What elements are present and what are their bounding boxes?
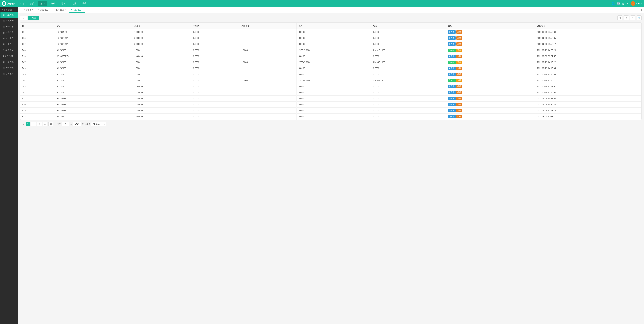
sidebar-item-stats[interactable]: ▦ 统计报表 <box>0 35 18 41</box>
tab-nav-right-icon[interactable]: › <box>639 8 640 11</box>
status-badge[interactable]: 查看 <box>456 48 462 52</box>
pagination: ‹ 1 2 3 ... 30 › 到第 页 确定 共 438 条 15条/页 3… <box>20 120 642 128</box>
sidebar-item-articles-label: 文章列表 <box>6 60 14 63</box>
cell-10-7: 处理中经理 <box>446 89 535 96</box>
status-badge[interactable]: 经理 <box>456 109 462 112</box>
cell-13-4 <box>240 108 296 114</box>
status-badge: 已成功 <box>448 61 456 64</box>
fullscreen-button[interactable]: ⤡ <box>630 15 635 20</box>
cell-13-6: 0.0000 <box>371 108 446 114</box>
status-badge[interactable]: 查看 <box>456 61 462 64</box>
sidebar-item-basic-info[interactable]: ◎ 基础信息 <box>0 47 18 53</box>
cell-2-3: 0.0000 <box>191 41 240 47</box>
sidebar-item-transfer[interactable]: ▤ 划转明细 <box>0 24 18 29</box>
status-badge[interactable]: 经理 <box>456 91 462 94</box>
status-badge[interactable]: 经理 <box>456 103 462 106</box>
goto-confirm-button[interactable]: 确定 <box>73 122 81 126</box>
cell-4-0: 595 <box>20 53 55 59</box>
cell-5-2: 2.0000 <box>132 59 191 65</box>
status-badge: 处理中 <box>448 42 456 46</box>
print-button[interactable]: ⎙ <box>624 15 629 20</box>
cell-14-6: 0.0000 <box>371 114 446 120</box>
sidebar-item-recharge[interactable]: ▤ 充值列表 <box>0 12 18 18</box>
search-button[interactable]: 🔍 <box>636 15 642 20</box>
status-badge[interactable]: 经理 <box>456 42 462 46</box>
page-btn-1[interactable]: 1 <box>26 122 30 126</box>
goto-input[interactable] <box>62 122 69 126</box>
globe-icon[interactable]: 🌐 <box>612 2 615 5</box>
nav-item-system[interactable]: 系统 <box>79 1 89 6</box>
cell-3-6: 210019.1800 <box>371 47 446 53</box>
pagination-prev[interactable]: ‹ <box>22 123 24 125</box>
status-badge[interactable]: 经理 <box>456 55 462 58</box>
tab-split-dot <box>54 9 56 10</box>
tab-recharge-close[interactable]: ✕ <box>82 9 83 11</box>
nav-item-address[interactable]: 地址 <box>58 1 68 6</box>
cell-3-3: 0.0000 <box>191 47 240 53</box>
refresh-nav-icon[interactable]: 🔄 <box>617 2 620 5</box>
column-toggle-button[interactable]: ⊞ <box>618 15 622 20</box>
status-badge[interactable]: 经理 <box>456 85 462 88</box>
user-name: admin <box>636 2 642 5</box>
tab-home-label: 后台首页 <box>26 8 34 11</box>
page-btn-2[interactable]: 2 <box>31 122 36 126</box>
tab-split-close[interactable]: ✕ <box>65 9 66 11</box>
tab-recharge-label: 充值列表 <box>73 8 81 11</box>
table-row: 584657421831.00000.00001.0000220646.1800… <box>20 77 642 83</box>
cell-12-4 <box>240 102 296 108</box>
cell-12-2: 122.0000 <box>132 102 191 108</box>
nav-item-home[interactable]: 首页 <box>17 1 26 6</box>
tab-dropdown-icon[interactable]: ▼ <box>640 8 643 11</box>
sidebar-item-account-log[interactable]: ▤ 账户日志 <box>0 29 18 35</box>
page-content: ↻ ↑ 导出 ⊞ ⎙ ⤡ 🔍 <box>18 13 644 324</box>
cell-10-3: 0.0000 <box>191 89 240 96</box>
status-badge[interactable]: 经理 <box>456 30 462 34</box>
cell-0-6: 0.0000 <box>371 29 446 35</box>
cell-6-2: 1.0000 <box>132 65 191 71</box>
table-body: 6247878648234100.00000.00000.00000.0000处… <box>20 29 642 120</box>
sort-id-icon[interactable]: ↕ <box>25 25 26 27</box>
sidebar-item-withdraw[interactable]: ▤ 提现列表 <box>0 18 18 24</box>
user-area[interactable]: A admin <box>631 1 642 6</box>
status-badge: 处理中 <box>448 97 456 100</box>
tab-bar-right: › ▼ <box>639 8 643 11</box>
page-btn-3[interactable]: 3 <box>37 122 42 126</box>
sidebar-item-lang[interactable]: ▤ 话言配置 <box>0 71 18 77</box>
grid-icon[interactable]: ⊞ <box>622 2 624 5</box>
toolbar-right: ⊞ ⎙ ⤡ 🔍 <box>618 15 642 20</box>
export-button[interactable]: ↑ 导出 <box>28 16 38 20</box>
nav-item-games[interactable]: 游戏 <box>48 1 58 6</box>
tab-home[interactable]: 后台首页 <box>22 7 36 12</box>
page-size-select[interactable]: 15条/页 30条/页 50条/页 <box>91 122 106 126</box>
sidebar: B B 会员服务 ▤ 充值列表 ▤ 提现列表 ▤ 划转明细 ▤ 账户日志 ▦ 统… <box>0 7 18 324</box>
status-badge[interactable]: 经理 <box>456 73 462 76</box>
status-badge[interactable]: 经理 <box>456 67 462 70</box>
close-nav-icon[interactable]: ✕ <box>626 2 629 5</box>
status-badge[interactable]: 经理 <box>456 97 462 100</box>
sidebar-item-category[interactable]: ▤ 分类管理 <box>0 65 18 71</box>
table-container: id ↕ 用户 发生额 手续费 实际变动 原有 现在 状态 充值时间 <box>20 22 642 120</box>
sidebar-item-lang-label: 话言配置 <box>6 72 14 75</box>
sidebar-item-daily[interactable]: ▤ 日报表 <box>0 41 18 47</box>
nav-item-agent[interactable]: 代理 <box>69 1 79 6</box>
status-badge[interactable]: 经理 <box>456 36 462 40</box>
status-badge[interactable]: 查看 <box>456 79 462 82</box>
sidebar-section-label: B B 会员服务 <box>0 7 18 12</box>
tab-prev-icon[interactable]: ‹ <box>19 8 22 11</box>
sidebar-item-ads[interactable]: ◈ 广告管理 <box>0 53 18 59</box>
tab-split-config[interactable]: 分币配置 ✕ <box>52 7 68 12</box>
toolbar: ↻ ↑ 导出 ⊞ ⎙ ⤡ 🔍 <box>20 15 642 20</box>
refresh-button[interactable]: ↻ <box>20 16 27 20</box>
sidebar-item-stats-label: 统计报表 <box>6 37 14 40</box>
tab-members[interactable]: 会员列表 ✕ <box>36 7 52 12</box>
nav-item-operations[interactable]: 运营 <box>38 1 48 6</box>
nav-item-members[interactable]: 会员 <box>27 1 37 6</box>
tab-members-close[interactable]: ✕ <box>49 9 50 11</box>
table-row: 58265742183122.00000.00000.00000.0000处理中… <box>20 89 642 96</box>
status-badge[interactable]: 经理 <box>456 115 462 118</box>
sidebar-item-articles[interactable]: ▤ 文章列表 <box>0 59 18 65</box>
status-badge: 处理中 <box>448 36 456 40</box>
page-btn-30[interactable]: 30 <box>48 122 53 126</box>
pagination-next[interactable]: › <box>54 123 56 125</box>
tab-recharge[interactable]: 充值列表 ✕ <box>69 7 85 12</box>
